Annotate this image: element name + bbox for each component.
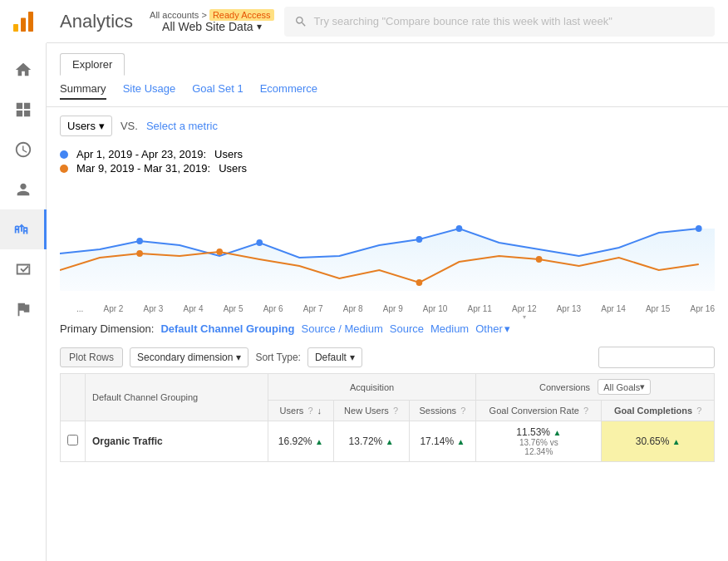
table-controls: Plot Rows Secondary dimension ▾ Sort Typ… — [47, 342, 728, 373]
sidebar-item-audience[interactable] — [0, 170, 47, 209]
search-placeholder: Try searching "Compare bounce rate this … — [314, 15, 612, 27]
dot-blue — [60, 150, 68, 159]
sidebar-item-realtime[interactable] — [0, 130, 47, 170]
new-users-label: New Users — [344, 406, 389, 416]
goal-conv-rate-help[interactable]: ? — [583, 406, 588, 416]
new-users-help[interactable]: ? — [393, 406, 398, 416]
sessions-help[interactable]: ? — [460, 406, 465, 416]
checkbox-header — [61, 374, 86, 421]
metric-dropdown-arrow: ▾ — [99, 120, 105, 132]
data-table: Default Channel Grouping Acquisition Con… — [60, 373, 715, 462]
dim-default[interactable]: Default Channel Grouping — [160, 322, 294, 335]
goal-completions-trend: ▲ — [672, 437, 681, 446]
acquisition-header-label: Acquisition — [350, 382, 394, 392]
sidebar-item-behavior[interactable] — [0, 249, 47, 289]
sidebar-item-dashboard[interactable] — [0, 90, 47, 130]
tab-summary[interactable]: Summary — [60, 82, 106, 100]
property-dropdown-arrow: ▾ — [257, 21, 262, 32]
date-range-1-series: Users — [214, 148, 243, 160]
svg-point-9 — [136, 250, 143, 257]
goal-completions-value: 30.65% — [636, 436, 670, 447]
conversions-section-header: Conversions All Goals ▾ — [476, 374, 715, 401]
content-area: Explorer Summary Site Usage Goal Set 1 E… — [47, 43, 728, 561]
breadcrumb: All accounts > Ready Access All Web Site… — [150, 10, 274, 33]
users-val-cell: 16.92% ▲ — [268, 421, 334, 462]
svg-point-12 — [536, 256, 543, 263]
main-content: Analytics All accounts > Ready Access Al… — [47, 0, 728, 561]
goal-completions-col-header: Goal Completions ? — [602, 401, 715, 421]
sort-default-label: Default — [315, 352, 347, 363]
users-value: 16.92% — [278, 436, 312, 447]
dim-source[interactable]: Source — [390, 322, 424, 335]
tab-ecommerce[interactable]: Ecommerce — [260, 82, 317, 100]
primary-dimension-label: Primary Dimension: — [60, 322, 154, 335]
sidebar-item-acquisition[interactable] — [0, 209, 47, 249]
all-goals-label: All Goals — [603, 382, 640, 392]
sidebar-item-conversions[interactable] — [0, 289, 47, 329]
sessions-label: Sessions — [419, 406, 456, 416]
users-help[interactable]: ? — [307, 406, 312, 416]
sessions-trend: ▲ — [456, 437, 465, 446]
dimension-col-header: Default Channel Grouping — [86, 374, 268, 421]
property-name: All Web Site Data — [162, 20, 253, 33]
goal-completions-help[interactable]: ? — [696, 406, 701, 416]
goal-completions-label: Goal Completions — [614, 406, 692, 416]
secondary-dim-label: Secondary dimension — [137, 352, 233, 363]
svg-rect-1 — [21, 18, 26, 32]
select-metric-link[interactable]: Select a metric — [146, 120, 218, 132]
new-users-value: 13.72% — [349, 436, 383, 447]
new-users-val-cell: 13.72% ▲ — [333, 421, 409, 462]
all-goals-arrow: ▾ — [640, 381, 645, 392]
explorer-tab[interactable]: Explorer — [60, 53, 125, 76]
svg-point-8 — [696, 225, 702, 232]
tab-goal-set-1[interactable]: Goal Set 1 — [192, 82, 243, 100]
svg-rect-0 — [13, 24, 18, 32]
date-ranges: Apr 1, 2019 - Apr 23, 2019: Users Mar 9,… — [47, 145, 728, 183]
new-users-trend: ▲ — [386, 437, 394, 446]
explorer-section: Explorer — [47, 43, 728, 76]
property-selector[interactable]: All Web Site Data ▾ — [162, 20, 261, 33]
sidebar-item-home[interactable] — [0, 50, 47, 90]
sidebar — [0, 0, 47, 561]
tab-site-usage[interactable]: Site Usage — [123, 82, 176, 100]
chart-svg — [60, 183, 715, 299]
other-dropdown-arrow: ▾ — [504, 322, 510, 335]
breadcrumb-highlight[interactable]: Ready Access — [209, 9, 274, 21]
all-goals-dropdown[interactable]: All Goals ▾ — [598, 379, 651, 395]
vs-label: VS. — [121, 120, 138, 132]
dim-other[interactable]: Other ▾ — [475, 322, 510, 335]
svg-point-11 — [416, 279, 423, 286]
sort-type-label: Sort Type: — [255, 352, 300, 363]
table-search-input[interactable] — [598, 347, 715, 368]
dim-medium[interactable]: Medium — [430, 322, 469, 335]
users-sort-arrow[interactable]: ↓ — [317, 406, 322, 416]
date-range-1-label: Apr 1, 2019 - Apr 23, 2019: — [76, 148, 206, 160]
svg-point-5 — [256, 239, 263, 246]
row-name: Organic Traffic — [92, 436, 163, 447]
plot-rows-button[interactable]: Plot Rows — [60, 347, 123, 367]
metric-dropdown[interactable]: Users ▾ — [60, 116, 112, 136]
metric-selector: Users ▾ VS. Select a metric — [47, 107, 728, 145]
header: Analytics All accounts > Ready Access Al… — [47, 0, 728, 43]
row-checkbox[interactable] — [67, 435, 78, 445]
users-label: Users — [280, 406, 304, 416]
svg-marker-3 — [60, 229, 715, 291]
dimension-col-label: Default Channel Grouping — [92, 392, 198, 402]
sort-dropdown[interactable]: Default ▾ — [307, 347, 362, 367]
date-range-2: Mar 9, 2019 - Mar 31, 2019: Users — [60, 162, 715, 175]
goal-conv-rate-compare: 13.76% vs — [483, 438, 594, 447]
dim-source-medium[interactable]: Source / Medium — [301, 322, 382, 335]
goal-completions-val-cell: 30.65% ▲ — [602, 421, 715, 462]
goal-conv-rate-trend: ▲ — [553, 428, 561, 437]
secondary-dimension-dropdown[interactable]: Secondary dimension ▾ — [130, 347, 248, 367]
new-users-col-header: New Users ? — [333, 401, 409, 421]
date-range-2-series: Users — [219, 162, 247, 175]
date-range-1: Apr 1, 2019 - Apr 23, 2019: Users — [60, 148, 715, 160]
search-bar[interactable]: Try searching "Compare bounce rate this … — [284, 7, 715, 37]
app-logo[interactable] — [0, 0, 47, 43]
logo-icon — [11, 9, 36, 34]
sidebar-nav — [0, 50, 46, 329]
sub-tabs: Summary Site Usage Goal Set 1 Ecommerce — [47, 76, 728, 107]
svg-point-7 — [456, 225, 463, 232]
users-col-header: Users ? ↓ — [268, 401, 334, 421]
